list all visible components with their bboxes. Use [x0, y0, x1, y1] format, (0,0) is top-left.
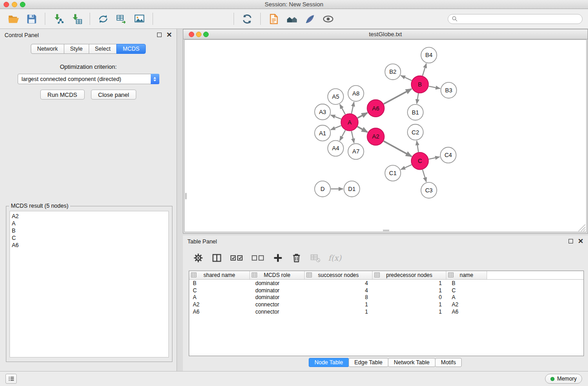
tab-node-table[interactable]: Node Table — [309, 358, 349, 367]
column-header-shared-name[interactable]: shared name — [189, 271, 250, 279]
tab-motifs[interactable]: Motifs — [435, 358, 462, 367]
horizontal-scrollbar-thumb[interactable] — [383, 230, 389, 231]
graph-node-B4[interactable]: B4 — [421, 47, 437, 63]
graph-node-A5[interactable]: A5 — [328, 89, 344, 105]
graph-edge-C-C2[interactable] — [417, 141, 419, 152]
memory-button[interactable]: Memory — [545, 374, 582, 384]
close-panel-icon[interactable]: ✕ — [166, 32, 172, 38]
list-item[interactable]: A6 — [10, 242, 168, 249]
vertical-scrollbar-thumb[interactable] — [185, 193, 186, 199]
search-input[interactable] — [460, 15, 578, 23]
graph-node-A2[interactable]: A2 — [367, 128, 384, 145]
graph-edge-A2-C[interactable] — [383, 141, 411, 157]
graph-edge-A-A1[interactable] — [331, 126, 341, 130]
tab-network[interactable]: Network — [31, 44, 64, 54]
tab-edge-table[interactable]: Edge Table — [349, 358, 388, 367]
zoom-fit-icon[interactable] — [193, 11, 211, 27]
close-panel-button[interactable]: Close panel — [91, 90, 137, 100]
table-row[interactable]: Bdominator41B — [189, 280, 583, 287]
graph-node-A3[interactable]: A3 — [315, 104, 330, 120]
graph-edge-C-C1[interactable] — [401, 165, 412, 170]
graph-node-D[interactable]: D — [315, 181, 330, 197]
graph-node-A[interactable]: A — [341, 114, 358, 131]
graph-node-C[interactable]: C — [411, 152, 429, 170]
graph-node-C3[interactable]: C3 — [421, 182, 437, 198]
column-header-successor-nodes[interactable]: successor nodes — [305, 271, 373, 279]
plus-icon[interactable] — [272, 252, 284, 264]
graph-edge-A-A8[interactable] — [352, 102, 354, 113]
graph-edge-A-A7[interactable] — [351, 131, 354, 143]
eye-icon[interactable] — [319, 11, 337, 27]
gear-icon[interactable] — [192, 252, 205, 264]
column-options-icon[interactable] — [306, 272, 312, 277]
zoom-out-icon[interactable] — [175, 11, 193, 27]
list-item[interactable]: C — [10, 234, 168, 242]
network-minimize-button[interactable] — [196, 32, 201, 37]
column-options-icon[interactable] — [448, 272, 454, 277]
folder-icon[interactable] — [5, 11, 23, 27]
column-header-name[interactable]: name — [446, 271, 487, 279]
network-curved-arrows-icon[interactable] — [94, 11, 112, 27]
list-item[interactable]: A — [10, 220, 168, 227]
checked-boxes-icon[interactable] — [229, 252, 244, 264]
columns-icon[interactable] — [210, 252, 223, 264]
floppy-disk-icon[interactable] — [23, 11, 41, 27]
graph-node-C1[interactable]: C1 — [385, 165, 401, 181]
trash-icon[interactable] — [290, 252, 303, 264]
tab-network-table[interactable]: Network Table — [388, 358, 435, 367]
graph-node-D1[interactable]: D1 — [344, 181, 360, 197]
graph-node-C4[interactable]: C4 — [440, 147, 456, 163]
graph-node-A6[interactable]: A6 — [367, 100, 384, 117]
unchecked-boxes-icon[interactable] — [250, 252, 266, 264]
import-network-arrow-icon[interactable] — [49, 11, 67, 27]
graph-edge-A-A4[interactable] — [340, 130, 345, 141]
criterion-dropdown[interactable]: largest connected component (directed) — [18, 74, 159, 84]
mcds-result-list[interactable]: A2ABCA6 — [10, 211, 169, 357]
list-item[interactable]: A2 — [10, 213, 168, 220]
refresh-icon[interactable] — [238, 11, 256, 27]
column-options-icon[interactable] — [252, 272, 257, 277]
float-panel-icon[interactable] — [157, 33, 162, 37]
column-options-icon[interactable] — [374, 272, 380, 277]
graph-edge-B-B4[interactable] — [422, 63, 426, 76]
tab-style[interactable]: Style — [64, 44, 89, 54]
table-row[interactable]: Adominator80A — [189, 294, 583, 301]
column-options-icon[interactable] — [191, 272, 196, 277]
orange-document-icon[interactable] — [265, 11, 283, 27]
network-graph[interactable]: AA6A2BCA5A8A3A1A4A7B2B4B3B1C2C4C1C3DD1 — [185, 40, 586, 232]
graph-edge-B-B1[interactable] — [417, 93, 419, 104]
network-canvas[interactable]: AA6A2BCA5A8A3A1A4A7B2B4B3B1C2C4C1C3DD1 — [184, 39, 587, 232]
graph-node-A1[interactable]: A1 — [315, 125, 330, 141]
search-box[interactable] — [448, 14, 583, 24]
feather-icon[interactable] — [301, 11, 319, 27]
graph-edge-A-A5[interactable] — [340, 104, 345, 114]
table-curved-arrows-icon[interactable] — [112, 11, 130, 27]
list-item[interactable]: B — [10, 227, 168, 234]
column-header-MCDS-role[interactable]: MCDS role — [250, 271, 305, 279]
houses-icon[interactable] — [283, 11, 301, 27]
close-panel-icon[interactable]: ✕ — [578, 238, 583, 244]
graph-node-B3[interactable]: B3 — [441, 82, 457, 98]
table-row[interactable]: A6connector11A6 — [189, 308, 583, 315]
zoom-in-icon[interactable] — [157, 11, 175, 27]
graph-edge-C-C3[interactable] — [422, 170, 426, 182]
column-header-predecessor-nodes[interactable]: predecessor nodes — [373, 271, 446, 279]
image-export-icon[interactable] — [130, 11, 148, 27]
zoom-selected-icon[interactable] — [211, 11, 229, 27]
graph-node-C2[interactable]: C2 — [407, 124, 423, 140]
float-panel-icon[interactable] — [569, 239, 573, 243]
tab-mcds[interactable]: MCDS — [116, 44, 146, 54]
graph-edge-A-A2[interactable] — [358, 127, 368, 132]
import-table-arrow-icon[interactable] — [67, 11, 86, 27]
graph-node-A8[interactable]: A8 — [348, 86, 364, 101]
graph-edge-B-B2[interactable] — [401, 76, 411, 81]
resize-grip-icon[interactable] — [578, 224, 585, 231]
network-zoom-button[interactable] — [203, 32, 209, 37]
network-close-button[interactable] — [189, 32, 194, 37]
graph-node-A7[interactable]: A7 — [348, 143, 364, 159]
graph-edge-B-B3[interactable] — [429, 86, 440, 89]
panel-list-button[interactable] — [5, 374, 17, 384]
graph-edge-C-C4[interactable] — [429, 157, 440, 159]
graph-edge-A6-B[interactable] — [384, 89, 412, 104]
graph-node-B[interactable]: B — [411, 76, 429, 93]
